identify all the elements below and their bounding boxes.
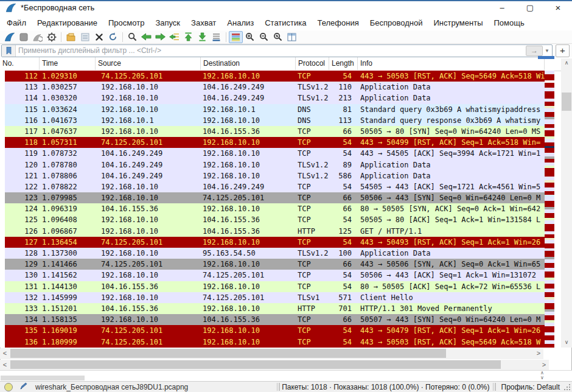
hscrollbar-thumb[interactable] xyxy=(10,349,446,358)
menu-item-7[interactable]: Телефония xyxy=(312,16,364,30)
display-filter-input[interactable] xyxy=(16,46,526,55)
packet-row-123[interactable]: 1231.079985192.168.10.1074.125.205.101TC… xyxy=(0,192,545,203)
packet-row-116[interactable]: 1161.041673192.168.10.1192.168.10.10DNS1… xyxy=(0,115,545,126)
zoom-out-icon[interactable] xyxy=(257,31,271,43)
scroll-right-icon[interactable]: > xyxy=(539,360,549,370)
packet-row-120[interactable]: 1201.078780104.16.249.249192.168.10.10TL… xyxy=(0,159,545,170)
colorize-packets-icon[interactable] xyxy=(229,31,243,43)
packet-row-124[interactable]: 1241.096319104.16.155.36192.168.10.10TCP… xyxy=(0,203,545,214)
scroll-left-icon[interactable]: < xyxy=(0,360,10,370)
hscrollbar-thumb[interactable] xyxy=(10,360,501,369)
menu-item-5[interactable]: Анализ xyxy=(221,16,259,30)
go-last-packet-icon[interactable] xyxy=(195,31,209,43)
auto-scroll-icon[interactable] xyxy=(209,31,223,43)
column-header-source[interactable]: Source xyxy=(96,57,201,70)
minimize-button[interactable]: – xyxy=(488,1,516,15)
packet-row-113[interactable]: 1131.030257192.168.10.10104.16.249.249TL… xyxy=(0,82,545,93)
column-header-no[interactable]: No. xyxy=(0,57,40,70)
reload-file-icon[interactable] xyxy=(106,31,120,43)
stop-capture-icon[interactable] xyxy=(16,31,30,43)
go-to-packet-icon[interactable] xyxy=(167,31,181,43)
packet-cell-time: 1.144130 xyxy=(42,281,98,292)
packet-row-133[interactable]: 1331.151201104.16.155.36192.168.10.10HTT… xyxy=(0,303,545,314)
apply-filter-button[interactable]: → xyxy=(526,46,543,56)
minimap-stripe xyxy=(545,83,554,88)
packet-cell-len: 66 xyxy=(329,259,352,270)
menu-item-8[interactable]: Беспроводной xyxy=(364,16,428,30)
column-header-time[interactable]: Time xyxy=(40,57,96,70)
menu-item-6[interactable]: Статистика xyxy=(259,16,312,30)
close-file-icon[interactable] xyxy=(92,31,106,43)
packet-row-121[interactable]: 1211.078806104.16.249.249192.168.10.10TL… xyxy=(0,170,545,181)
go-forward-icon[interactable] xyxy=(153,31,167,43)
column-header-info[interactable]: Info xyxy=(358,57,545,70)
open-file-icon[interactable] xyxy=(64,31,78,43)
go-back-icon[interactable] xyxy=(139,31,153,43)
maximize-button[interactable]: ▢ xyxy=(516,1,544,15)
packet-row-119[interactable]: 1191.078732104.16.249.249192.168.10.10TC… xyxy=(0,148,545,159)
column-header-destination[interactable]: Destination xyxy=(201,57,296,70)
menu-item-10[interactable]: Помощь xyxy=(489,16,530,30)
menu-item-0[interactable]: Файл xyxy=(1,16,32,30)
profile-label[interactable]: Профиль: Default xyxy=(501,383,560,391)
menu-item-3[interactable]: Запуск xyxy=(150,16,186,30)
packet-cell-src: 192.168.10.10 xyxy=(101,292,200,303)
filter-bookmark-icon[interactable] xyxy=(2,45,16,57)
packet-minimap[interactable] xyxy=(545,71,554,348)
packet-row-117[interactable]: 1171.047637192.168.10.10104.16.155.36TCP… xyxy=(0,126,545,137)
scroll-down-icon[interactable]: ∨ xyxy=(561,338,572,348)
menu-item-4[interactable]: Захват xyxy=(186,16,221,30)
column-header-protocol[interactable]: Protocol xyxy=(296,57,329,70)
zoom-normal-icon[interactable] xyxy=(271,31,285,43)
capture-comment-icon[interactable] xyxy=(19,382,27,392)
packet-row-129[interactable]: 1291.14146674.125.205.101192.168.10.10TC… xyxy=(0,259,545,270)
packet-row-130[interactable]: 1301.141562192.168.10.1074.125.205.101TC… xyxy=(0,270,545,281)
expert-info-icon[interactable] xyxy=(4,383,13,391)
vertical-scrollbar[interactable]: ∧ ∨ xyxy=(561,58,572,348)
capture-options-icon[interactable] xyxy=(44,31,58,43)
menu-item-9[interactable]: Инструменты xyxy=(428,16,488,30)
packet-row-131[interactable]: 1311.144130104.16.155.36192.168.10.10TCP… xyxy=(0,281,545,292)
packet-row-135[interactable]: 1351.16901974.125.205.101192.168.10.10TC… xyxy=(0,325,545,336)
menu-item-1[interactable]: Редактирование xyxy=(32,16,103,30)
packet-row-128[interactable]: 1281.137300192.168.10.1095.163.54.50TLSv… xyxy=(0,248,545,259)
save-file-icon[interactable] xyxy=(78,31,92,43)
zoom-in-icon[interactable] xyxy=(243,31,257,43)
packet-row-132[interactable]: 1321.145999192.168.10.1074.125.205.101TL… xyxy=(0,292,545,303)
capture-filename[interactable]: wireshark_Беспроводная сетьJ89DU1.pcapng xyxy=(35,383,188,391)
scroll-left-icon[interactable]: < xyxy=(0,348,10,359)
find-packet-icon[interactable] xyxy=(125,31,139,43)
scroll-down-icon[interactable]: ∨ xyxy=(540,375,544,380)
minimap-stripe xyxy=(545,74,554,80)
packet-row-115[interactable]: 1151.033624192.168.10.10192.168.10.1DNS8… xyxy=(0,104,545,115)
packet-row-134[interactable]: 1341.158135192.168.10.10104.16.155.36TCP… xyxy=(0,314,545,325)
detail-pane-hscrollbar[interactable]: < > xyxy=(0,360,549,370)
menu-item-2[interactable]: Просмотр xyxy=(103,16,150,30)
scroll-right-icon[interactable]: > xyxy=(534,348,543,359)
packet-row-127[interactable]: 1271.13645474.125.205.101192.168.10.10TC… xyxy=(0,237,545,248)
restart-capture-icon[interactable] xyxy=(30,31,44,43)
minimap-stripe xyxy=(545,344,554,348)
packet-row-125[interactable]: 1251.096408192.168.10.10104.16.155.36TCP… xyxy=(0,214,545,225)
packet-row-114[interactable]: 1141.030320192.168.10.10104.16.249.249TL… xyxy=(0,93,545,103)
resize-grip[interactable] xyxy=(563,383,571,391)
packet-row-112[interactable]: 1121.02931074.125.205.101192.168.10.10TC… xyxy=(0,71,545,82)
packet-row-136[interactable]: 1361.18099974.125.205.101192.168.10.10TC… xyxy=(0,337,545,348)
packet-row-118[interactable]: 1181.05731174.125.205.101192.168.10.10TC… xyxy=(0,137,545,148)
go-first-packet-icon[interactable] xyxy=(181,31,195,43)
resize-columns-icon[interactable] xyxy=(285,31,299,43)
start-capture-icon[interactable] xyxy=(2,31,16,43)
scroll-up-icon[interactable]: ∧ xyxy=(561,58,572,68)
minimap-stripe xyxy=(545,243,554,248)
vertical-scrollbar-thumb[interactable] xyxy=(562,93,571,111)
close-button[interactable]: × xyxy=(544,1,572,15)
packet-cell-proto: TCP xyxy=(298,314,329,325)
collapsed-pane-scroll-arrows[interactable]: ∧∨ xyxy=(538,371,546,382)
filter-dropdown-caret-icon[interactable]: ▼ xyxy=(543,48,552,54)
collapsed-pane-scrollbar-thumb[interactable] xyxy=(1,376,85,380)
add-filter-button[interactable]: + xyxy=(556,44,570,57)
packet-list-hscrollbar[interactable]: < > xyxy=(0,348,543,359)
packet-row-122[interactable]: 1221.078822192.168.10.10104.16.249.249TC… xyxy=(0,181,545,192)
column-header-length[interactable]: Length xyxy=(329,57,358,70)
packet-row-126[interactable]: 1261.096867192.168.10.10104.16.155.36HTT… xyxy=(0,226,545,237)
